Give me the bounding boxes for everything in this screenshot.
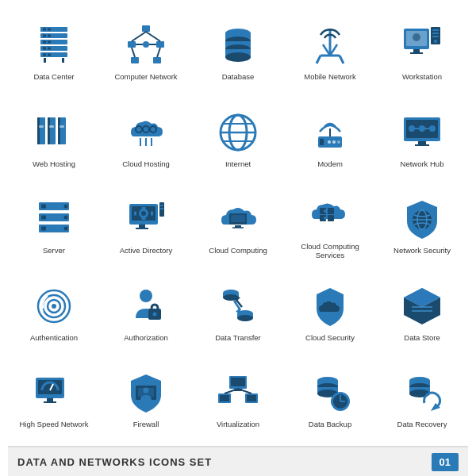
authorization-label: Authorization — [124, 333, 167, 342]
svg-point-129 — [153, 312, 157, 316]
icon-cell-web-hosting: Web Hosting — [8, 95, 100, 182]
active-directory-label: Active Directory — [120, 246, 173, 255]
network-hub-icon — [398, 109, 446, 156]
svg-rect-16 — [44, 58, 46, 63]
svg-rect-56 — [48, 117, 50, 144]
svg-rect-86 — [418, 141, 426, 144]
svg-rect-109 — [160, 208, 163, 209]
svg-point-100 — [141, 211, 146, 216]
icon-cell-workstation: Workstation — [376, 8, 468, 95]
cloud-computing-label: Cloud Computing — [209, 246, 267, 255]
svg-rect-54 — [37, 117, 40, 144]
web-hosting-label: Web Hosting — [33, 159, 75, 168]
svg-rect-22 — [153, 57, 161, 63]
svg-rect-45 — [413, 49, 420, 52]
data-transfer-label: Data Transfer — [215, 333, 261, 342]
virtualization-label: Virtualization — [217, 420, 259, 428]
svg-rect-101 — [142, 207, 146, 209]
svg-rect-154 — [231, 378, 245, 386]
svg-rect-50 — [432, 36, 439, 37]
icon-cell-database: Database — [192, 8, 284, 95]
svg-rect-159 — [247, 395, 256, 401]
svg-rect-2 — [43, 29, 46, 31]
icon-cell-authentication: Authentication — [8, 269, 100, 356]
svg-rect-106 — [136, 228, 148, 229]
mobile-network-icon — [306, 21, 354, 69]
svg-rect-119 — [324, 217, 327, 220]
modem-icon — [306, 109, 354, 156]
database-icon — [214, 21, 262, 69]
mobile-network-label: Mobile Network — [304, 72, 355, 81]
data-transfer-icon — [214, 282, 262, 330]
svg-point-152 — [144, 388, 149, 393]
svg-rect-5 — [43, 35, 46, 37]
svg-point-81 — [409, 125, 415, 132]
svg-rect-89 — [41, 205, 46, 209]
svg-point-78 — [337, 140, 340, 144]
svg-rect-8 — [43, 41, 46, 44]
footer-title: DATA AND NETWORKS ICONS SET — [17, 456, 432, 468]
cloud-computing-services-label: Cloud Computing Services — [294, 242, 366, 260]
network-security-icon — [398, 195, 446, 243]
svg-rect-20 — [156, 41, 164, 48]
svg-rect-12 — [48, 48, 51, 50]
svg-rect-102 — [142, 217, 146, 220]
svg-rect-148 — [47, 398, 53, 401]
svg-point-126 — [52, 304, 56, 309]
svg-line-26 — [157, 48, 160, 57]
svg-rect-49 — [432, 33, 439, 34]
cloud-computing-icon — [214, 195, 262, 243]
svg-rect-48 — [432, 29, 439, 31]
data-backup-icon — [306, 369, 354, 416]
icon-cell-active-directory: Active Directory — [100, 182, 192, 269]
icon-cell-cloud-computing: Cloud Computing — [192, 182, 284, 269]
icon-cell-data-store: Data Store — [376, 269, 468, 356]
footer-number: 01 — [432, 453, 459, 471]
svg-rect-87 — [415, 144, 429, 146]
svg-rect-14 — [43, 54, 46, 56]
cloud-security-label: Cloud Security — [305, 333, 355, 342]
svg-rect-18 — [142, 25, 150, 32]
svg-rect-157 — [220, 395, 229, 401]
svg-rect-60 — [49, 125, 54, 128]
internet-label: Internet — [225, 159, 251, 168]
svg-rect-46 — [410, 52, 423, 54]
svg-rect-59 — [39, 125, 44, 128]
svg-point-27 — [143, 41, 149, 48]
firewall-icon — [122, 369, 170, 416]
icon-cell-modem: Modem — [284, 95, 376, 182]
internet-icon — [214, 109, 262, 156]
active-directory-icon — [122, 195, 170, 243]
data-store-label: Data Store — [404, 333, 440, 342]
cloud-computing-services-icon — [306, 191, 354, 239]
svg-point-83 — [429, 125, 436, 132]
icon-cell-data-backup: Data Backup — [284, 355, 376, 443]
workstation-icon — [398, 21, 446, 69]
main-container: Data Center — [0, 0, 476, 476]
svg-line-42 — [340, 56, 344, 63]
svg-point-77 — [332, 140, 336, 144]
cloud-hosting-label: Cloud Hosting — [122, 159, 170, 168]
network-hub-label: Network Hub — [401, 159, 444, 168]
icon-cell-internet: Internet — [192, 95, 284, 182]
data-center-label: Data Center — [33, 72, 74, 81]
authorization-icon — [122, 282, 170, 330]
svg-point-96 — [64, 227, 68, 231]
computer-network-label: Computer Network — [114, 72, 177, 81]
svg-line-24 — [146, 32, 160, 41]
icon-cell-data-center: Data Center — [8, 8, 100, 95]
icon-cell-server: Server — [8, 182, 100, 269]
icon-cell-authorization: Authorization — [100, 269, 192, 356]
svg-line-23 — [132, 32, 146, 41]
svg-rect-111 — [231, 215, 245, 222]
high-speed-network-icon — [30, 369, 78, 416]
svg-rect-3 — [48, 29, 51, 31]
cloud-hosting-icon — [122, 109, 170, 156]
svg-point-82 — [419, 125, 425, 132]
database-label: Database — [222, 72, 255, 81]
data-recovery-label: Data Recovery — [397, 420, 447, 428]
svg-rect-6 — [48, 35, 51, 37]
icon-cell-cloud-hosting: Cloud Hosting — [100, 95, 192, 182]
svg-rect-74 — [320, 139, 324, 145]
icon-cell-data-recovery: Data Recovery — [376, 355, 468, 443]
